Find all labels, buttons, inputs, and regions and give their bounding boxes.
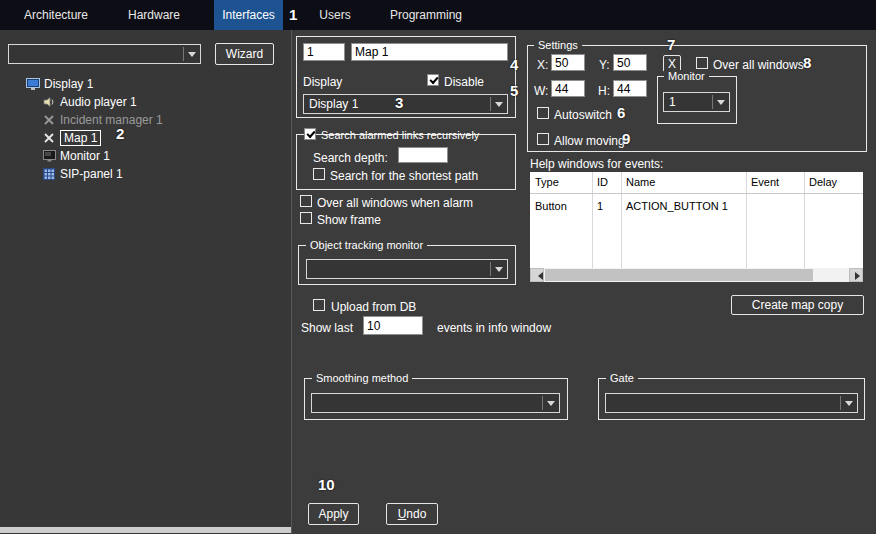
column-header-id: ID xyxy=(597,172,608,193)
table-gridline xyxy=(746,172,747,268)
scroll-right-arrow[interactable] xyxy=(849,268,863,282)
object-tree-panel: Wizard Display 1 Audio player 1 Incident… xyxy=(0,30,292,534)
tree-item-label: Audio player 1 xyxy=(60,95,137,109)
table-gridline xyxy=(804,172,805,268)
apply-button[interactable]: Apply xyxy=(308,503,359,525)
monitor-group-label: Monitor xyxy=(664,70,709,82)
over-all-windows-checkbox[interactable] xyxy=(696,57,708,69)
w-label: W: xyxy=(534,84,548,98)
map-name-field[interactable] xyxy=(351,43,508,61)
upload-from-db-checkbox[interactable] xyxy=(313,299,325,311)
allow-moving-checkbox[interactable] xyxy=(537,133,549,145)
display-label: Display xyxy=(303,75,342,89)
tab-interfaces[interactable]: Interfaces xyxy=(214,0,283,30)
table-horizontal-scrollbar[interactable] xyxy=(530,268,863,282)
callout-7: 7 xyxy=(667,36,675,53)
table-gridline xyxy=(621,172,622,268)
column-header-name: Name xyxy=(626,172,655,193)
tree-item-monitor[interactable]: Monitor 1 xyxy=(42,147,110,165)
monitor-icon xyxy=(42,150,56,162)
y-field[interactable] xyxy=(613,54,647,71)
autoswitch-checkbox[interactable] xyxy=(537,107,549,119)
disable-checkbox[interactable] xyxy=(427,74,439,86)
x-label: X: xyxy=(537,58,548,72)
callout-9: 9 xyxy=(622,130,630,147)
x-field[interactable] xyxy=(551,54,585,71)
tree-item-label: Display 1 xyxy=(44,77,93,91)
callout-2: 2 xyxy=(116,125,124,142)
display-icon xyxy=(26,78,40,90)
tab-hardware[interactable]: Hardware xyxy=(118,0,190,30)
tree-horizontal-scrollbar[interactable] xyxy=(0,527,291,533)
tab-programming[interactable]: Programming xyxy=(384,0,468,30)
search-recursive-label: Search alarmed links recursively xyxy=(321,128,479,142)
smoothing-label: Smoothing method xyxy=(312,372,412,384)
show-frame-checkbox[interactable] xyxy=(300,212,312,224)
tree-item-incident-manager[interactable]: Incident manager 1 xyxy=(42,111,163,129)
w-field[interactable] xyxy=(551,80,585,97)
search-depth-label: Search depth: xyxy=(313,151,388,165)
gate-combobox[interactable] xyxy=(605,393,858,413)
help-windows-table: Type ID Name Event Delay Button 1 ACTION… xyxy=(530,172,863,268)
allow-moving-label: Allow moving xyxy=(554,134,625,148)
cell-type: Button xyxy=(535,198,567,215)
wizard-button[interactable]: Wizard xyxy=(215,43,274,65)
top-tab-bar: Architecture Hardware Interfaces Users P… xyxy=(0,0,876,30)
over-all-windows-alarm-checkbox[interactable] xyxy=(300,195,312,207)
callout-8: 8 xyxy=(803,54,811,71)
show-last-field[interactable] xyxy=(363,316,423,335)
tab-architecture[interactable]: Architecture xyxy=(18,0,94,30)
column-header-type: Type xyxy=(535,172,559,193)
create-map-copy-button[interactable]: Create map copy xyxy=(731,295,864,315)
column-header-delay: Delay xyxy=(809,172,837,193)
settings-group-label: Settings xyxy=(534,39,582,51)
autoswitch-label: Autoswitch xyxy=(554,108,612,122)
undo-accelerator: U xyxy=(398,507,407,521)
table-gridline xyxy=(592,172,593,268)
disable-label: Disable xyxy=(444,75,484,89)
monitor-combobox[interactable]: 1 xyxy=(663,92,730,112)
callout-1: 1 xyxy=(289,6,297,23)
shortest-path-label: Search for the shortest path xyxy=(330,169,478,183)
audio-player-icon xyxy=(42,96,56,108)
tree-item-label: Map 1 xyxy=(60,130,101,146)
show-frame-label: Show frame xyxy=(317,213,381,227)
tree-item-audio-player[interactable]: Audio player 1 xyxy=(42,93,137,111)
y-label: Y: xyxy=(599,58,610,72)
cell-id: 1 xyxy=(597,198,603,215)
tree-item-display[interactable]: Display 1 xyxy=(26,75,93,93)
search-depth-field[interactable] xyxy=(398,147,448,163)
tree-item-map[interactable]: Map 1 xyxy=(42,129,101,147)
callout-4: 4 xyxy=(510,56,518,73)
table-header-divider xyxy=(530,193,863,194)
tree-item-label: Incident manager 1 xyxy=(60,113,163,127)
tree-item-label: Monitor 1 xyxy=(60,149,110,163)
tab-users[interactable]: Users xyxy=(306,0,364,30)
tracking-monitor-label: Object tracking monitor xyxy=(306,239,427,251)
show-last-label: Show last xyxy=(301,321,353,335)
preset-combobox[interactable] xyxy=(8,44,201,64)
search-recursive-checkbox[interactable] xyxy=(304,128,316,140)
shortest-path-checkbox[interactable] xyxy=(313,168,325,180)
tree-item-label: SIP-panel 1 xyxy=(60,167,123,181)
help-windows-title: Help windows for events: xyxy=(530,157,663,171)
map-id-field[interactable] xyxy=(303,43,345,61)
h-field[interactable] xyxy=(613,80,647,97)
h-label: H: xyxy=(598,84,610,98)
display-combobox[interactable]: Display 1 xyxy=(303,94,508,114)
scroll-left-arrow[interactable] xyxy=(530,268,544,282)
scroll-thumb[interactable] xyxy=(545,269,813,281)
smoothing-combobox[interactable] xyxy=(311,393,560,413)
column-header-event: Event xyxy=(751,172,779,193)
over-all-windows-label: Over all windows xyxy=(713,58,804,72)
sip-panel-icon xyxy=(42,168,56,180)
callout-3: 3 xyxy=(395,94,403,111)
undo-rest: ndo xyxy=(406,507,426,521)
undo-button[interactable]: Undo xyxy=(386,503,438,525)
tracking-monitor-combobox[interactable] xyxy=(306,259,508,279)
gate-label: Gate xyxy=(606,372,638,384)
map-icon xyxy=(42,133,56,143)
scroll-track[interactable] xyxy=(544,268,849,282)
tree-item-sip-panel[interactable]: SIP-panel 1 xyxy=(42,165,123,183)
callout-10: 10 xyxy=(318,476,335,493)
